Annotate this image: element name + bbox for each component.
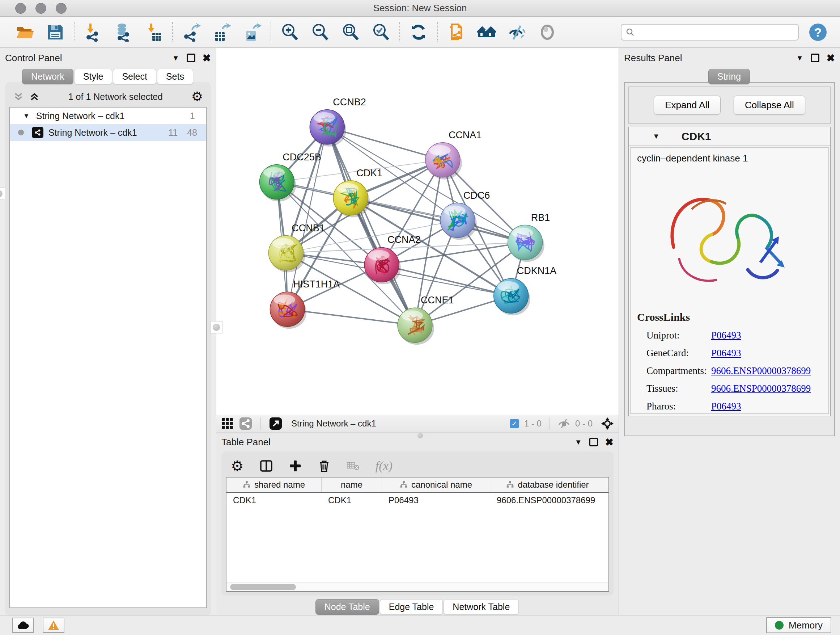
tab-network[interactable]: Network [22, 69, 73, 84]
crosslink-label: Compartments: [637, 365, 711, 377]
tab-string[interactable]: String [708, 69, 750, 84]
crosslink-row: Tissues:9606.ENSP00000378699 [637, 383, 822, 394]
table-header-row: shared namenamecanonical namedatabase id… [226, 478, 608, 493]
scrollbar-thumb[interactable] [230, 584, 296, 590]
table-cell: CDK1 [322, 495, 382, 505]
panel-float-icon[interactable] [811, 54, 819, 62]
network-canvas[interactable]: CCNB2CCNA1CDC25BCDK1CDC6RB1CCNB1CCNA2CDK… [216, 48, 619, 415]
search-input[interactable] [638, 27, 794, 37]
column-header-database-identifier[interactable]: database identifier [490, 478, 605, 492]
network-badge-icon[interactable] [240, 417, 252, 430]
panel-float-icon[interactable] [187, 54, 195, 62]
export-image-button[interactable] [242, 22, 262, 42]
tab-network-table[interactable]: Network Table [444, 599, 519, 615]
panel-float-icon[interactable] [589, 438, 598, 447]
network-collection-row[interactable]: ▼ String Network – cdk1 1 [10, 108, 206, 124]
import-table-file-button[interactable] [144, 22, 164, 42]
network-node-cdc25b[interactable]: CDC25B [259, 152, 321, 202]
panel-close-icon[interactable]: ✖ [202, 52, 211, 64]
grid-view-icon[interactable] [221, 417, 234, 430]
table-options-gear-icon[interactable]: ⚙ [231, 459, 244, 473]
show-graphics-button[interactable] [538, 22, 557, 42]
network-node-cdkn1a[interactable]: CDKN1A [494, 265, 556, 315]
gene-expanded-icon[interactable]: ▼ [653, 132, 660, 141]
zoom-selected-button[interactable] [371, 22, 391, 42]
tab-select[interactable]: Select [113, 69, 156, 84]
panel-menu-icon[interactable]: ▼ [796, 54, 804, 62]
tab-style[interactable]: Style [74, 69, 112, 84]
import-network-file-button[interactable] [83, 22, 103, 42]
zoom-out-button[interactable] [310, 22, 330, 42]
column-header-shared-name[interactable]: shared name [226, 478, 322, 492]
refresh-view-button[interactable] [409, 22, 428, 42]
column-header-canonical-name[interactable]: canonical name [382, 478, 490, 492]
add-column-icon[interactable] [289, 459, 302, 472]
svg-text:?: ? [814, 25, 822, 39]
node-label: CCNB2 [333, 97, 366, 108]
node-label: CCNB1 [292, 223, 325, 233]
open-session-button[interactable] [15, 22, 35, 42]
cloud-status-button[interactable] [12, 618, 34, 633]
expand-all-button[interactable]: Expand All [654, 96, 721, 115]
warning-status-button[interactable] [43, 618, 65, 633]
delete-column-icon[interactable] [317, 459, 331, 472]
node-label: RB1 [531, 212, 550, 223]
network-view-toolbar: String Network – cdk1 ✓ 1 - 0 0 - 0 [216, 415, 619, 432]
delete-table-icon[interactable] [347, 459, 360, 472]
column-header-name[interactable]: name [322, 478, 382, 492]
hide-show-button[interactable] [507, 22, 527, 42]
panel-menu-icon[interactable]: ▼ [575, 438, 582, 447]
export-table-button[interactable] [212, 22, 232, 42]
network-view: CCNB2CCNA1CDC25BCDK1CDC6RB1CCNB1CCNA2CDK… [216, 48, 619, 432]
network-row[interactable]: String Network – cdk1 11 48 [10, 124, 206, 141]
status-bar: Memory [0, 615, 840, 635]
open-in-window-icon[interactable] [270, 417, 282, 430]
save-session-button[interactable] [46, 22, 65, 42]
crosslink-link[interactable]: P06493 [711, 401, 741, 412]
tree-expanded-icon[interactable]: ▼ [23, 112, 30, 120]
table-row[interactable]: CDK1CDK1P064939606.ENSP00000378699cyclin… [226, 493, 608, 508]
results-panel-title: Results Panel [624, 52, 682, 64]
crosslink-row: GeneCard:P06493 [637, 348, 822, 359]
column-header-description[interactable]: description [605, 478, 609, 492]
network-options-gear-icon[interactable]: ⚙ [191, 90, 203, 103]
memory-button[interactable]: Memory [766, 617, 831, 633]
collapse-all-button[interactable]: Collapse All [734, 96, 805, 115]
function-builder-button[interactable]: f(x) [376, 459, 393, 473]
left-splitter-handle[interactable] [210, 321, 223, 333]
network-node-ccnb2[interactable]: CCNB2 [309, 97, 366, 147]
home-networks-button[interactable] [477, 22, 496, 42]
node-table[interactable]: shared namenamecanonical namedatabase id… [226, 477, 609, 592]
expand-all-icon[interactable] [29, 91, 40, 102]
panel-menu-icon[interactable]: ▼ [172, 54, 180, 62]
help-button[interactable]: ? [808, 22, 828, 42]
birdseye-navigator-icon[interactable] [601, 417, 614, 430]
network-node-ccna1[interactable]: CCNA1 [425, 130, 482, 180]
zoom-fit-button[interactable] [341, 22, 360, 42]
crosslink-link[interactable]: 9606.ENSP00000378699 [711, 383, 811, 394]
export-network-button[interactable] [182, 22, 201, 42]
panel-close-icon[interactable]: ✖ [605, 436, 614, 448]
panel-close-icon[interactable]: ✖ [827, 52, 835, 64]
tab-sets[interactable]: Sets [157, 69, 193, 84]
crosslink-link[interactable]: 9606.ENSP00000378699 [711, 365, 811, 377]
network-node-hist1h1a[interactable]: HIST1H1A [270, 279, 340, 329]
window-titlebar: Session: New Session [0, 0, 840, 17]
tab-node-table[interactable]: Node Table [316, 599, 379, 615]
network-node-cdk1[interactable]: CDK1 [333, 168, 382, 218]
selected-checkbox-icon[interactable]: ✓ [510, 419, 519, 428]
zoom-in-button[interactable] [280, 22, 300, 42]
collapse-all-icon[interactable] [13, 91, 24, 102]
share-document-button[interactable] [447, 22, 466, 42]
import-network-database-button[interactable] [114, 22, 133, 42]
tab-edge-table[interactable]: Edge Table [380, 599, 443, 615]
show-columns-icon[interactable] [260, 459, 273, 472]
network-node-rb1[interactable]: RB1 [508, 212, 550, 262]
right-splitter-handle[interactable] [0, 187, 5, 200]
toolbar-search[interactable] [621, 24, 799, 41]
network-node-ccne1[interactable]: CCNE1 [398, 295, 454, 345]
crosslink-link[interactable]: P06493 [711, 330, 741, 341]
table-horizontal-scrollbar[interactable] [226, 583, 608, 591]
horizontal-splitter[interactable] [216, 432, 619, 432]
crosslink-link[interactable]: P06493 [711, 348, 741, 359]
